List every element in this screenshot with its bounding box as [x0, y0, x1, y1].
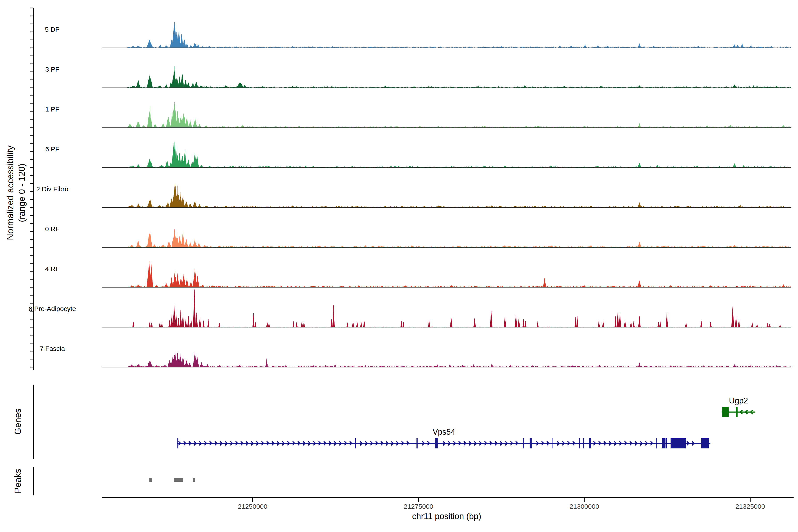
coverage-track-area-6-pf — [102, 141, 791, 168]
x-tick-label-21275000: 21275000 — [404, 503, 433, 510]
gene-label-vps54: Vps54 — [433, 428, 455, 437]
track-label-8-pre-adipocyte: 8 Pre-Adipocyte — [28, 305, 76, 312]
gene-exon-ugp2 — [722, 407, 729, 417]
gene-exon-vps54 — [579, 438, 580, 449]
coverage-track-area-5-dp — [102, 22, 791, 48]
gene-exon-vps54 — [523, 438, 524, 449]
coverage-track-area-7-fascia — [102, 352, 791, 367]
x-tick-label-21250000: 21250000 — [238, 503, 267, 510]
track-label-1-pf: 1 PF — [45, 106, 59, 113]
coverage-track-area-3-pf — [102, 66, 791, 88]
gene-exon-vps54 — [355, 438, 356, 449]
coverage-track-area-2-div-fibro — [102, 184, 791, 208]
coverage-plot-canvas — [0, 0, 798, 532]
gene-exon-vps54 — [701, 438, 709, 449]
coverage-track-area-1-pf — [102, 102, 791, 128]
x-tick-label-21325000: 21325000 — [736, 503, 765, 510]
gene-label-ugp2: Ugp2 — [729, 396, 748, 405]
y-axis-title: Normalized accessibility (range 0 - 120) — [4, 146, 27, 240]
track-label-3-pf: 3 PF — [45, 65, 59, 73]
x-tick-label-21300000: 21300000 — [569, 503, 599, 510]
coverage-track-area-4-rf — [102, 261, 791, 287]
gene-exon-vps54 — [530, 438, 532, 449]
genes-section-label: Genes — [13, 408, 23, 435]
track-label-0-rf: 0 RF — [45, 225, 59, 233]
track-label-7-fascia: 7 Fascia — [40, 345, 65, 353]
gene-exon-vps54 — [552, 438, 552, 449]
y-axis-title-line1: Normalized accessibility — [4, 146, 16, 240]
gene-exon-vps54 — [417, 438, 418, 449]
coverage-track-area-8-pre-adipocyte — [102, 289, 791, 327]
coverage-track-area-0-rf — [102, 229, 791, 247]
gene-exon-vps54 — [177, 438, 178, 449]
gene-exon-vps54 — [589, 438, 591, 449]
track-label-6-pf: 6 PF — [45, 146, 59, 153]
gene-exon-vps54 — [583, 438, 584, 449]
gene-exon-vps54 — [670, 438, 686, 449]
track-label-4-rf: 4 RF — [45, 265, 59, 273]
gene-exon-vps54 — [656, 438, 657, 449]
gene-exon-vps54 — [666, 438, 667, 449]
track-label-5-dp: 5 DP — [45, 26, 60, 33]
y-axis-title-line2: (range 0 - 120) — [16, 146, 27, 240]
peak-region-box — [193, 478, 195, 482]
gene-exon-ugp2 — [736, 407, 738, 417]
track-label-2-div-fibro: 2 Div Fibro — [36, 185, 68, 193]
peaks-section-label: Peaks — [13, 469, 23, 493]
gene-exon-vps54 — [435, 438, 438, 449]
peak-region-box — [149, 478, 152, 482]
gene-exon-vps54 — [662, 438, 665, 449]
x-axis-title: chr11 position (bp) — [412, 512, 481, 521]
peak-region-box — [174, 478, 183, 482]
